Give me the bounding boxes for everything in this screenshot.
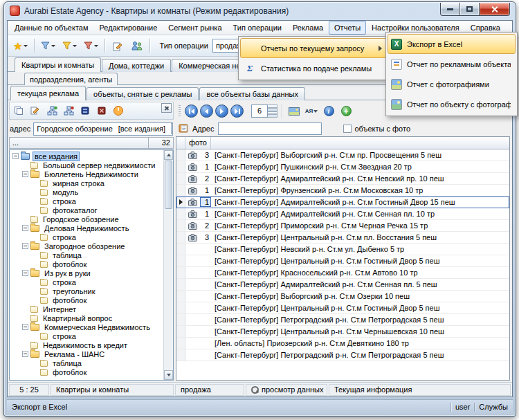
table-row[interactable]: 1 [Санкт-Петербург] Адмиралтейский р-н. …	[176, 208, 509, 220]
add-record-button[interactable]: +	[338, 104, 354, 118]
minimize-button[interactable]	[440, 3, 460, 16]
agents-button[interactable]	[128, 37, 146, 54]
tree-item[interactable]: Городское обозрение	[11, 214, 162, 223]
edit-record-button[interactable]	[28, 104, 43, 118]
tree-expander-icon[interactable]	[22, 171, 28, 177]
edit-button[interactable]	[109, 37, 127, 54]
tree-expander-icon[interactable]	[12, 153, 19, 159]
table-row[interactable]: [Санкт-Петербург] Петроградский р-н. Ст.…	[176, 314, 509, 326]
menu-item[interactable]: Редактирование	[94, 21, 163, 35]
last-record-button[interactable]	[230, 104, 244, 118]
tree-item[interactable]: Реклама - ШАНС	[11, 349, 162, 358]
info-button[interactable]: i	[321, 104, 336, 118]
publication-combobox[interactable]: Городское обозрение [все издания]	[33, 122, 173, 136]
tree-item[interactable]: строка	[11, 277, 162, 286]
tree-expander-icon[interactable]	[22, 351, 28, 357]
tree-expander-icon[interactable]	[22, 270, 28, 276]
reports-submenu-item[interactable]: Отчет по объекту с фотографиями	[388, 94, 516, 114]
delete-button[interactable]	[94, 104, 109, 118]
tab[interactable]: все объекты базы данных	[199, 87, 305, 100]
photo-filter-checkbox[interactable]	[343, 125, 352, 133]
toolbar-grip[interactable]	[179, 105, 181, 118]
reports-menu-item[interactable]: Отчеты по текущему запросу	[240, 38, 387, 58]
scroll-down-button[interactable]	[164, 370, 173, 380]
table-row[interactable]: [Санкт-Петербург] Красносельский р-н. Ст…	[176, 267, 509, 279]
next-record-button[interactable]	[215, 104, 228, 118]
tree-item[interactable]: Квартирный вопрос	[11, 313, 162, 322]
table-row[interactable]: 2 [Санкт-Петербург] Приморский р-н. Ст.м…	[176, 220, 509, 232]
tree-expander-icon[interactable]	[22, 324, 28, 330]
reports-submenu-item[interactable]: Отчет по рекламным объектам	[388, 54, 516, 74]
table-row[interactable]: [Лен. область] Приозерский р-н. Ст.м Дев…	[176, 338, 509, 349]
table-row[interactable]: 1 [Санкт-Петербург] Адмиралтейский р-н. …	[176, 197, 509, 208]
tree-item[interactable]: фотокаталог	[11, 206, 162, 214]
power-button[interactable]	[111, 104, 126, 118]
table-row[interactable]: [Санкт-Петербург] Центральный р-н. Ст.м …	[176, 255, 509, 267]
panel-close-button[interactable]	[161, 103, 172, 113]
close-button[interactable]	[479, 3, 510, 16]
tree-item[interactable]: таблица	[11, 358, 162, 367]
clear-filter-button[interactable]	[81, 37, 101, 54]
structure-button[interactable]	[78, 104, 93, 118]
tree-expander-icon[interactable]	[22, 243, 28, 249]
scroll-thumb[interactable]	[165, 161, 172, 209]
scroll-up-button[interactable]	[164, 150, 173, 160]
add-node-button[interactable]	[44, 104, 60, 118]
reports-menu-item[interactable]: Σ Статистика по подаче рекламы	[240, 58, 387, 78]
table-row[interactable]: [Санкт-Петербург] Невский р-н. Ст.м ул. …	[176, 244, 509, 255]
address-search-input[interactable]	[218, 122, 322, 135]
segment-button[interactable]	[38, 37, 58, 54]
table-row[interactable]: 3 [Санкт-Петербург] Выборгский р-н. Ст.м…	[176, 149, 509, 161]
menu-item[interactable]: Реклама	[287, 21, 329, 35]
menu-item[interactable]: Сегмент рынка	[163, 21, 227, 35]
filter-button[interactable]	[60, 37, 80, 54]
tree-item[interactable]: фотоблок	[11, 367, 162, 376]
photo-report-button[interactable]	[286, 104, 302, 118]
spin-up-button[interactable]	[268, 104, 277, 111]
tree-item[interactable]: Коммерческая Недвижимость	[11, 322, 162, 331]
combobox-dropdown-button[interactable]	[171, 123, 173, 134]
copy-button[interactable]	[11, 104, 26, 118]
menu-item[interactable]: Отчеты	[329, 21, 366, 35]
favorites-button[interactable]: ★	[10, 37, 30, 54]
tree-item[interactable]: таблица	[11, 250, 162, 259]
table-row[interactable]: 2 [Санкт-Петербург] Адмиралтейский р-н. …	[176, 173, 509, 185]
table-row[interactable]: 3 [Санкт-Петербург] Центральный р-н. Ст.…	[176, 232, 509, 244]
tree-item[interactable]: Загородное обозрение	[11, 241, 162, 250]
table-row[interactable]: 1 [Санкт-Петербург] Фрунзенский р-н. Ст.…	[176, 185, 509, 197]
address-column-header[interactable]	[211, 137, 509, 149]
tree-item[interactable]: треугольник	[11, 286, 162, 295]
table-row[interactable]: [Санкт-Петербург] Адмиралтейский р-н. Ст…	[176, 279, 509, 291]
tree-item[interactable]: жирная строка	[11, 179, 162, 188]
menu-item[interactable]: Тип операции	[228, 21, 287, 35]
tree-item[interactable]: Интернет	[11, 304, 162, 313]
tree-item[interactable]: строка	[11, 331, 162, 340]
tab[interactable]: Квартиры и комнаты	[15, 57, 101, 72]
tab[interactable]: подразделения, агенты	[24, 73, 118, 85]
tree-scrollbar[interactable]	[163, 150, 173, 380]
tab[interactable]: текущая реклама	[10, 86, 86, 100]
table-row[interactable]: 1 [Санкт-Петербург] Пушкинский р-н. Ст.м…	[176, 161, 509, 173]
reports-submenu-item[interactable]: Экспорт в Excel	[388, 34, 516, 54]
table-row[interactable]: [Санкт-Петербург] Выборгский р-н. Ст.м О…	[176, 291, 509, 302]
sort-button[interactable]: АЯ	[304, 104, 319, 118]
tree-item[interactable]: Большой сервер недвижимости	[11, 161, 162, 170]
spin-down-button[interactable]	[268, 111, 277, 118]
maximize-button[interactable]	[460, 3, 479, 16]
tree-item[interactable]: Недвижимость в кредит	[11, 340, 162, 349]
first-record-button[interactable]	[185, 104, 198, 118]
photo-column-header[interactable]: фото	[185, 137, 211, 149]
tree-item[interactable]: строка	[11, 197, 162, 206]
tree-item[interactable]: строка	[11, 232, 162, 241]
table-row[interactable]: [Санкт-Петербург] Центральный р-н. Ст.м …	[176, 302, 509, 314]
tree-item[interactable]: фотоблок	[11, 295, 162, 304]
remove-node-button[interactable]	[61, 104, 76, 118]
tree-item[interactable]: модуль	[11, 188, 162, 197]
tree-expander-icon[interactable]	[22, 225, 28, 231]
record-number[interactable]: 6	[251, 104, 268, 118]
previous-record-button[interactable]	[200, 104, 213, 118]
tree-item[interactable]: фотоблок	[11, 259, 162, 268]
tab[interactable]: объекты, снятые с рекламы	[86, 87, 199, 100]
menu-item[interactable]: Данные по объектам	[9, 21, 94, 35]
scroll-track[interactable]	[164, 210, 173, 370]
